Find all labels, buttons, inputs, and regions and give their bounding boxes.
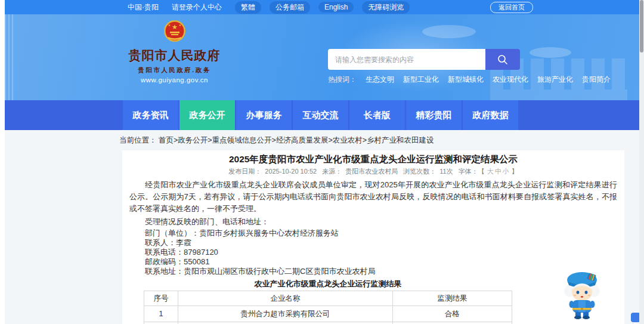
article-title: 2025年度贵阳市农业产业化市级重点龙头企业运行监测和评定结果公示 bbox=[129, 153, 617, 165]
cell-seq: 2 bbox=[144, 322, 178, 324]
views-label: 浏览次数： bbox=[403, 168, 436, 175]
col-header-company: 企业名称 bbox=[178, 291, 393, 306]
publish-date-label: 发布日期： bbox=[228, 168, 261, 175]
cell-result: 合格 bbox=[393, 322, 512, 324]
hot-word-link[interactable]: 新型工业化 bbox=[403, 75, 439, 85]
table-row: 1 贵州合力超市采购有限公司 合格 bbox=[144, 306, 512, 322]
breadcrumb-xiangcunchanye[interactable]: 乡村产业和农田建设 bbox=[367, 136, 434, 144]
search-button[interactable] bbox=[485, 49, 520, 70]
views-count: 11次 bbox=[439, 168, 453, 175]
breadcrumb-separator: > bbox=[328, 136, 332, 144]
header-banner: ★ ★ ★ 贵阳市人民政府 贵阳市人民政府.政务 www.guiyang.gov… bbox=[5, 14, 639, 100]
breadcrumb-separator: > bbox=[363, 136, 367, 144]
page-scrollbar bbox=[639, 0, 644, 324]
font-size-close: 】 bbox=[512, 168, 518, 175]
scrollbar-thumb[interactable] bbox=[640, 0, 643, 53]
table-row: 2 贵州友禾种业有限公司 合格 bbox=[144, 322, 512, 324]
topbar-link-china-guiyang[interactable]: 中国·贵阳 bbox=[128, 2, 159, 13]
mascot-assistant[interactable] bbox=[561, 270, 603, 322]
monitor-result-table: 序号 企业名称 监测结果 1 贵州合力超市采购有限公司 合格 2 贵州友禾种业有… bbox=[144, 291, 512, 324]
hot-words-label: 热搜词： bbox=[328, 75, 357, 85]
breadcrumb-separator: > bbox=[208, 136, 212, 144]
col-header-result: 监测结果 bbox=[393, 291, 512, 306]
font-size-medium[interactable]: 中 bbox=[495, 168, 501, 175]
breadcrumb-label: 当前位置： bbox=[119, 136, 157, 144]
hot-word-link[interactable]: 旅游产业化 bbox=[537, 75, 573, 85]
font-size-label: 字体：【 bbox=[459, 168, 485, 175]
breadcrumb-separator: > bbox=[272, 136, 276, 144]
breadcrumb-jingjigaozhiliang[interactable]: 经济高质量发展 bbox=[276, 136, 329, 144]
contact-person: 联系人：李霞 bbox=[129, 238, 617, 248]
article-card: 2025年度贵阳市农业产业化市级重点龙头企业运行监测和评定结果公示 发布日期：2… bbox=[122, 150, 624, 324]
primary-nav: 政务资讯 政务公开 办事服务 互动交流 长者版 精彩贵阳 政府数据 bbox=[5, 100, 639, 130]
search-area: 热搜词： 生态文明 新型工业化 新型城镇化 农业现代化 旅游产业化 贵阳简介 bbox=[328, 49, 520, 85]
breadcrumb-home[interactable]: 首页 bbox=[159, 136, 174, 144]
browser-page: 中国·贵阳 请登录个人中心 繁體 公务邮箱 English 无障碍浏览 返回首页… bbox=[0, 0, 644, 324]
source-label: 来源： bbox=[322, 168, 342, 175]
site-name: 贵阳市人民政府 bbox=[119, 47, 230, 64]
back-to-home-button[interactable]: 返回首页 bbox=[490, 2, 533, 13]
publish-date: 2025-10-20 10:52 bbox=[265, 168, 317, 175]
font-size-small[interactable]: 小 bbox=[503, 168, 509, 175]
cell-company: 贵州友禾种业有限公司 bbox=[178, 322, 393, 324]
hot-word-link[interactable]: 生态文明 bbox=[366, 75, 394, 85]
paragraph-contact-intro: 受理情况反映的部门、电话和地址： bbox=[129, 217, 617, 227]
banner-decor-lines bbox=[5, 14, 14, 100]
site-logo[interactable]: ★ ★ ★ 贵阳市人民政府 贵阳市人民政府.政务 www.guiyang.gov… bbox=[119, 19, 230, 84]
svg-text:★: ★ bbox=[168, 23, 171, 27]
cell-result: 合格 bbox=[393, 306, 512, 322]
breadcrumb: 当前位置： 首页>政务公开>重点领域信息公开>经济高质量发展>农业农村>乡村产业… bbox=[119, 135, 639, 146]
contact-department: 部门（单位）：贵阳市乡村振兴服务中心农村经济服务站 bbox=[129, 229, 617, 238]
topbar-link-traditional[interactable]: 繁體 bbox=[235, 1, 261, 14]
tab-zhangzheban[interactable]: 长者版 bbox=[349, 100, 405, 130]
tab-banshi-fuwu[interactable]: 办事服务 bbox=[236, 100, 292, 130]
main-area: 当前位置： 首页>政务公开>重点领域信息公开>经济高质量发展>农业农村>乡村产业… bbox=[5, 130, 639, 324]
contact-phone: 联系电话：87987120 bbox=[129, 248, 617, 257]
banner-decor-cloud bbox=[530, 47, 571, 58]
hot-word-link[interactable]: 农业现代化 bbox=[493, 75, 528, 85]
source: 贵阳市农业农村局 bbox=[345, 168, 398, 175]
monitor-result-section: 农业产业化市级重点龙头企业运行监测结果 序号 企业名称 监测结果 1 贵州合力超… bbox=[144, 279, 512, 324]
svg-text:★: ★ bbox=[172, 23, 178, 30]
cell-seq: 1 bbox=[144, 306, 178, 322]
search-input[interactable] bbox=[328, 49, 485, 70]
breadcrumb-zhongdianlingyu[interactable]: 重点领域信息公开 bbox=[212, 136, 272, 144]
banner-decor-cloud bbox=[422, 25, 476, 38]
tab-zhengwu-gongkai[interactable]: 政务公开 bbox=[179, 100, 235, 130]
breadcrumb-zhengwugongkai[interactable]: 政务公开 bbox=[178, 136, 208, 144]
national-emblem-icon: ★ ★ ★ bbox=[163, 19, 186, 44]
article-meta: 发布日期：2025-10-20 10:52 来源：贵阳市农业农村局 浏览次数：1… bbox=[129, 168, 617, 175]
tab-hudong-jiaoliu[interactable]: 互动交流 bbox=[293, 100, 348, 130]
cell-company: 贵州合力超市采购有限公司 bbox=[178, 306, 393, 322]
font-size-large[interactable]: 大 bbox=[487, 168, 494, 175]
site-subtitle: 贵阳市人民政府.政务 bbox=[119, 66, 230, 75]
top-utility-bar: 中国·贵阳 请登录个人中心 繁體 公务邮箱 English 无障碍浏览 返回首页 bbox=[5, 0, 639, 14]
site-url: www.guiyang.gov.cn bbox=[119, 76, 230, 84]
hot-word-link[interactable]: 贵阳简介 bbox=[582, 75, 611, 85]
topbar-link-mail[interactable]: 公务邮箱 bbox=[270, 1, 310, 14]
breadcrumb-nongyenongcun[interactable]: 农业农村 bbox=[333, 136, 363, 144]
mascot-icon bbox=[561, 270, 603, 320]
tab-jingcai-guiyang[interactable]: 精彩贵阳 bbox=[406, 100, 462, 130]
table-header-row: 序号 企业名称 监测结果 bbox=[144, 291, 512, 306]
table-caption: 农业产业化市级重点龙头企业运行监测结果 bbox=[144, 279, 512, 288]
search-icon bbox=[497, 54, 509, 66]
site-container: 中国·贵阳 请登录个人中心 繁體 公务邮箱 English 无障碍浏览 返回首页… bbox=[5, 0, 639, 324]
topbar-link-login[interactable]: 请登录个人中心 bbox=[172, 2, 222, 13]
tab-zhengwu-zixun[interactable]: 政务资讯 bbox=[123, 100, 178, 130]
contact-address: 联系地址：贵阳市观山湖区市级行政中心二期C区贵阳市农业农村局 bbox=[129, 267, 617, 276]
hot-word-link[interactable]: 新型城镇化 bbox=[448, 75, 484, 85]
article-body: 经贵阳市农业产业化市级重点龙头企业联席会议成员单位审定，现对2025年开展的农业… bbox=[129, 179, 617, 276]
hot-search-words: 热搜词： 生态文明 新型工业化 新型城镇化 农业现代化 旅游产业化 贵阳简介 bbox=[328, 75, 520, 85]
topbar-link-accessibility[interactable]: 无障碍浏览 bbox=[362, 1, 410, 14]
svg-text:★: ★ bbox=[178, 23, 181, 27]
paragraph-announcement: 经贵阳市农业产业化市级重点龙头企业联席会议成员单位审定，现对2025年开展的农业… bbox=[129, 179, 617, 215]
tab-zhengfu-shuju[interactable]: 政府数据 bbox=[463, 100, 518, 130]
contact-postcode: 邮政编码：550081 bbox=[129, 257, 617, 267]
col-header-seq: 序号 bbox=[144, 291, 178, 306]
topbar-link-english[interactable]: English bbox=[318, 2, 354, 13]
